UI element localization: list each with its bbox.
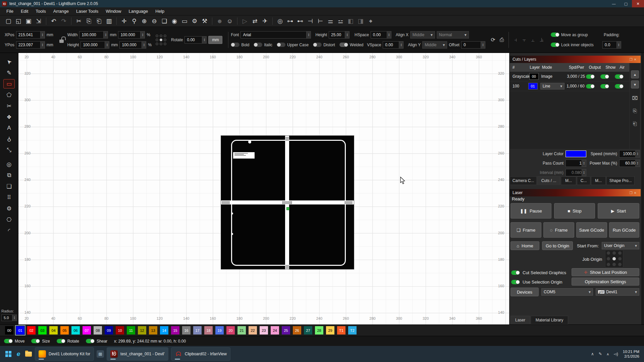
status-rotate-switch[interactable] <box>57 339 65 343</box>
status-toggle-move[interactable]: Move <box>4 339 24 344</box>
xpos-spinner[interactable] <box>40 32 45 38</box>
bold-toggle[interactable] <box>231 43 239 47</box>
height-field[interactable]: 100.000 <box>80 41 109 49</box>
status-shear-switch[interactable] <box>86 339 95 343</box>
palette-chip-04[interactable]: 04 <box>49 326 58 335</box>
zoom-in-icon[interactable]: ⊕ <box>139 16 149 26</box>
print-cut-icon[interactable]: ⎙ <box>497 37 506 43</box>
status-toggle-shear[interactable]: Shear <box>86 339 107 344</box>
palette-chip-20[interactable]: 20 <box>226 326 235 335</box>
pause-button[interactable]: ❚❚Pause <box>511 203 551 219</box>
status-toggle-size[interactable]: Size <box>31 339 50 344</box>
offset-field[interactable]: 0 <box>461 41 485 49</box>
status-move-switch[interactable] <box>4 339 13 343</box>
close-button[interactable]: ✕ <box>632 0 644 7</box>
select-tool[interactable]: ➤ <box>3 57 15 66</box>
selection-center-handle[interactable] <box>286 207 289 210</box>
power-max-spinner[interactable] <box>635 160 640 167</box>
distort-toggle[interactable] <box>313 43 322 47</box>
laser-float-icon[interactable]: ❐ <box>630 191 634 195</box>
palette-chip-13[interactable]: 13 <box>149 326 157 335</box>
palette-chip-19[interactable]: 19 <box>215 326 224 335</box>
tray-network-icon[interactable]: ⩚ <box>607 352 609 356</box>
tree-layout-v-icon[interactable]: ⫡ <box>537 37 546 43</box>
alignx-select[interactable]: Middle <box>410 31 435 39</box>
engraving-test-image[interactable] <box>221 136 354 269</box>
layer-air-toggle[interactable] <box>615 74 624 79</box>
font-height-spinner[interactable] <box>345 32 349 38</box>
padding-field[interactable]: 0.0 <box>602 41 621 49</box>
port-select[interactable]: COM5 <box>541 288 593 296</box>
palette-chip-23[interactable]: 23 <box>260 326 268 335</box>
palette-chip-11[interactable]: 11 <box>127 326 135 335</box>
power-max-field[interactable]: 60.00 <box>619 160 640 167</box>
array-tool[interactable]: ⠿ <box>3 193 15 202</box>
position-pin-tool[interactable]: ⚲ <box>3 134 15 144</box>
show-last-position-button[interactable]: ✛Show Last Position <box>572 268 639 276</box>
use-selection-toggle[interactable] <box>511 280 520 284</box>
zoom-out-icon[interactable]: ⊖ <box>149 16 159 26</box>
hspace-spinner[interactable] <box>387 32 391 38</box>
dock-tab-3[interactable]: M... <box>561 176 576 185</box>
measure-tool[interactable]: ⤡ <box>3 145 15 155</box>
menu-laser-tools[interactable]: Laser Tools <box>72 7 102 15</box>
height-pct-field[interactable]: 100.000 <box>119 41 146 49</box>
dock-h-icon[interactable]: ◧ <box>345 16 356 26</box>
bottom-tab-laser[interactable]: Laser <box>511 316 530 324</box>
paste-icon[interactable]: ⎗ <box>94 16 104 26</box>
height-spinner[interactable] <box>105 42 109 48</box>
palette-chip-17[interactable]: 17 <box>193 326 202 335</box>
dock-v-icon[interactable]: ◨ <box>356 16 366 26</box>
position-laser-icon[interactable]: ⌖ <box>366 16 376 26</box>
speed-field[interactable]: 1000.0 <box>619 150 640 158</box>
dock-tab-6[interactable]: Shape Pro... <box>606 176 635 185</box>
device-settings-icon[interactable]: ⚒ <box>200 16 210 26</box>
node-join-icon[interactable]: ⊶ <box>285 16 295 26</box>
dock-tab-4[interactable]: C... <box>577 176 590 185</box>
open-file-icon[interactable]: ◱ <box>13 16 23 26</box>
float-panel-icon[interactable]: ❐ <box>630 58 634 61</box>
pan-icon[interactable]: ✛ <box>119 16 129 26</box>
menu-language[interactable]: Language <box>125 7 152 15</box>
menu-window[interactable]: Window <box>102 7 125 15</box>
hspace-field[interactable]: 0.00 <box>371 31 391 39</box>
copy-icon[interactable]: ⎘ <box>84 16 94 26</box>
menu-file[interactable]: File <box>3 7 17 15</box>
palette-chip-18[interactable]: 18 <box>204 326 213 335</box>
width-pct-spinner[interactable] <box>140 32 145 38</box>
radius-field[interactable]: 5.0 <box>1 314 17 321</box>
layer-row[interactable]: Grayscale00Image3,000 / 25 <box>510 72 629 81</box>
palette-chip-29[interactable]: 29 <box>326 326 334 335</box>
layer-row[interactable]: 10001Line1,000 / 60 <box>510 81 629 91</box>
align-left-icon[interactable]: ⊣ <box>305 16 315 26</box>
width-field[interactable]: 100.000 <box>79 31 108 39</box>
palette-chip-24[interactable]: 24 <box>271 326 279 335</box>
menu-tools[interactable]: Tools <box>32 7 49 15</box>
play-icon[interactable]: ▷ <box>240 16 250 26</box>
circle-tool[interactable]: ◎ <box>3 160 15 169</box>
palette-chip-T1[interactable]: T1 <box>337 326 345 335</box>
zoom-page-icon[interactable]: ⚲ <box>129 16 139 26</box>
start-button[interactable]: ▶Start <box>598 203 639 219</box>
palette-chip-03[interactable]: 03 <box>38 326 47 335</box>
draw-lines-tool[interactable]: ✎ <box>3 68 15 77</box>
align-group-left-icon[interactable]: ⫞ <box>511 37 520 43</box>
layer-duplicate-icon[interactable]: ⎘ <box>633 108 637 114</box>
refresh-text-icon[interactable]: ⟳ <box>489 37 497 43</box>
taskbar-window-firefox[interactable]: Devil1 Lobotomy Kit for <box>35 347 94 361</box>
vspace-field[interactable]: 0.00 <box>383 41 404 49</box>
palette-chip-T2[interactable]: T2 <box>348 326 357 335</box>
goto-origin-button[interactable]: Go to Origin <box>542 241 573 250</box>
italic-toggle[interactable] <box>254 43 262 47</box>
edit-nodes-tool[interactable]: ❖ <box>3 112 15 122</box>
pass-count-spinner[interactable] <box>582 160 586 167</box>
layer-show-toggle[interactable] <box>600 84 609 88</box>
interval-spinner[interactable] <box>582 169 586 176</box>
palette-chip-21[interactable]: 21 <box>237 326 246 335</box>
fillet-tool[interactable]: ◜ <box>3 226 15 235</box>
layer-mode[interactable]: Image <box>541 74 565 79</box>
run-gcode-button[interactable]: Run GCode <box>609 222 639 238</box>
padding-spinner[interactable] <box>616 42 621 48</box>
tray-chevron-icon[interactable]: ∧ <box>591 352 594 356</box>
tray-volume-icon[interactable]: ◅) <box>614 352 618 356</box>
